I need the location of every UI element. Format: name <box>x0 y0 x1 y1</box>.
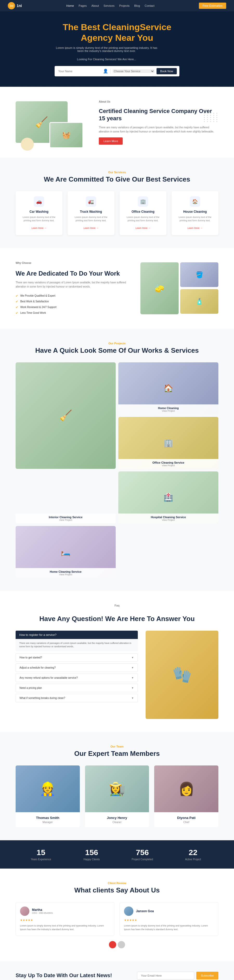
team-photo-1: 👷 <box>16 765 80 812</box>
testimonial-sub-1: CEO - 090-6543931 <box>32 912 53 914</box>
faq-item-5[interactable]: What if something breaks during clean? ▼ <box>16 694 138 702</box>
testimonial-dot-1[interactable] <box>109 941 116 948</box>
service-office-link[interactable]: Learn More → <box>135 227 151 229</box>
portfolio-label-1: Interior Cleaning Service View Project <box>16 514 116 523</box>
about-tag: About Us <box>99 100 218 104</box>
stat-number-2: 156 <box>66 848 117 857</box>
nav-cta-button[interactable]: Free Estimation <box>199 3 226 9</box>
team-role-1: Manager <box>19 821 76 824</box>
why-tag: Why Choose <box>16 261 130 265</box>
faq-item-4[interactable]: Need a pricing plan ▼ <box>16 684 138 692</box>
service-truck-link[interactable]: Learn More → <box>83 227 99 229</box>
stats-section: 15 Years Experience 156 Happy Clients 75… <box>0 840 234 869</box>
faq-question-5[interactable]: What if something breaks during clean? ▼ <box>16 694 138 702</box>
faq-question-1[interactable]: How to get started? ▼ <box>16 654 138 662</box>
logo[interactable]: 1ni 1ni <box>8 2 22 10</box>
faq-item-2[interactable]: Adjust a schedule for cleaning? ▼ <box>16 663 138 672</box>
about-secondary-image: 🧺 <box>50 122 83 148</box>
hero-title: The Best CleaningService Agency Near You <box>54 22 180 43</box>
testimonial-card-2: Janson Goa ★★★★★ Lorem ipsum is simply d… <box>120 902 218 936</box>
faq-box-header: How to register for a service? <box>16 631 138 639</box>
portfolio-item-3[interactable]: 🏢 Office Cleaning Service View Project <box>118 417 218 469</box>
service-car-link[interactable]: Learn More → <box>32 227 46 229</box>
faq-question-2[interactable]: Adjust a schedule for cleaning? ▼ <box>16 663 138 672</box>
search-name-input[interactable] <box>57 68 101 74</box>
service-card-car: 🚗 Car Washing Lorem ipsum dummy text of … <box>16 191 63 235</box>
service-select[interactable]: Choose Your Service <box>112 69 154 73</box>
team-card-3: 👩 Diyona Pati Chief <box>154 765 218 827</box>
nav-links: Home Pages About Services Projects Blog … <box>66 4 154 7</box>
testimonial-dot-2[interactable] <box>118 941 125 948</box>
team-name-2: Joncy Henry <box>89 816 146 820</box>
why-list-item-2: ✔ Best Work & Satisfaction <box>16 299 130 304</box>
team-grid: 👷 Thomas Smith Manager 👩‍🌾 Joncy Henry C… <box>16 765 218 827</box>
portfolio-label-3: Office Cleaning Service View Project <box>118 459 218 469</box>
nav-home[interactable]: Home <box>66 4 74 7</box>
check-icon-2: ✔ <box>16 300 18 303</box>
team-card-1: 👷 Thomas Smith Manager <box>16 765 80 827</box>
testimonial-avatar-1 <box>20 907 29 916</box>
faq-question-3[interactable]: Any money refund options for unavailable… <box>16 674 138 682</box>
portfolio-right-col: 🏠 Home Cleaning View Project 🏢 Office Cl… <box>118 362 218 469</box>
stat-label-3: Project Completed <box>117 858 168 861</box>
check-icon-4: ✔ <box>16 311 18 315</box>
chevron-down-icon-3: ▼ <box>131 676 134 679</box>
why-content: Why Choose We Are Dedicated To Do Your W… <box>16 261 130 316</box>
team-title: Our Expert Team Members <box>16 749 218 758</box>
newsletter-title: Stay Up To Date With Our Latest News! <box>16 972 112 978</box>
nav-blog[interactable]: Blog <box>134 4 140 7</box>
testimonial-card-1: Martha CEO - 090-6543931 ★★★★★ Lorem ips… <box>16 902 114 936</box>
stat-item-1: 15 Years Experience <box>16 848 66 861</box>
nav-services[interactable]: Services <box>104 4 114 7</box>
why-description: There are many variations of passages of… <box>16 280 130 289</box>
search-book-button[interactable]: Book Now <box>157 68 177 74</box>
newsletter-section: Stay Up To Date With Our Latest News! Su… <box>0 961 234 980</box>
service-car-desc: Lorem ipsum dummy text of the printing t… <box>19 216 59 223</box>
nav-contact[interactable]: Contact <box>144 4 154 7</box>
team-info-3: Diyona Pati Chief <box>154 812 218 827</box>
team-card-2: 👩‍🌾 Joncy Henry Cleaner <box>85 765 149 827</box>
faq-cleaning-image: 🧤 <box>146 631 218 719</box>
faq-title: Have Any Question! We Are Here To Answer… <box>16 615 218 623</box>
faq-section: Faq Have Any Question! We Are Here To An… <box>0 591 234 732</box>
team-info-1: Thomas Smith Manager <box>16 812 80 827</box>
nav-about[interactable]: About <box>91 4 99 7</box>
chevron-down-icon-5: ▼ <box>131 697 134 700</box>
services-tag: Our Services <box>16 171 218 174</box>
faq-item-1[interactable]: How to get started? ▼ <box>16 653 138 662</box>
dots-decoration <box>204 113 218 122</box>
check-icon-3: ✔ <box>16 305 18 309</box>
nav-projects[interactable]: Projects <box>119 4 130 7</box>
service-car-title: Car Washing <box>19 210 59 213</box>
about-learn-more-button[interactable]: Learn More <box>99 137 123 145</box>
faq-question-4[interactable]: Need a pricing plan ▼ <box>16 684 138 692</box>
portfolio-item-2[interactable]: 🏠 Home Cleaning View Project <box>118 362 218 414</box>
testimonials-grid: Martha CEO - 090-6543931 ★★★★★ Lorem ips… <box>16 902 218 936</box>
search-bar: 👤 Choose Your Service Book Now <box>54 66 180 76</box>
testimonials-tag: Client Review <box>16 881 218 885</box>
stat-item-3: 756 Project Completed <box>117 848 168 861</box>
why-image-short-2: 🧴 <box>180 289 218 314</box>
stat-label-1: Years Experience <box>16 858 66 861</box>
search-icon: 👤 <box>103 68 108 73</box>
portfolio-item-4[interactable]: 🏥 Hospital Cleaning Service View Project <box>118 471 218 523</box>
hero-subtitle: Lorem ipsum is simply dummy text of the … <box>54 46 159 52</box>
search-divider <box>110 68 111 74</box>
faq-item-3[interactable]: Any money refund options for unavailable… <box>16 673 138 682</box>
nav-pages[interactable]: Pages <box>79 4 87 7</box>
testimonial-name-1: Martha <box>32 908 53 912</box>
service-house-link[interactable]: Learn More → <box>188 227 202 229</box>
navbar: 1ni 1ni Home Pages About Services Projec… <box>0 0 234 11</box>
chevron-down-icon: ▼ <box>131 656 134 659</box>
service-card-truck: 🚛 Truck Washing Lorem ipsum dummy text o… <box>67 191 114 235</box>
about-title: Certified Cleaning Service Company Over … <box>99 108 218 123</box>
truck-wash-icon: 🚛 <box>86 196 96 207</box>
portfolio-item-1[interactable]: 🧹 Interior Cleaning Service View Project <box>16 362 116 523</box>
testimonial-header-1: Martha CEO - 090-6543931 <box>20 907 110 916</box>
faq-image: 🧤 <box>146 631 218 719</box>
portfolio-item-5[interactable]: 🛏️ Home Cleaning Service View Project <box>16 526 116 578</box>
stat-number-4: 22 <box>168 848 218 857</box>
newsletter-email-input[interactable] <box>137 972 194 980</box>
newsletter-subscribe-button[interactable]: Subscribe <box>196 972 218 980</box>
team-role-2: Cleaner <box>89 821 146 824</box>
